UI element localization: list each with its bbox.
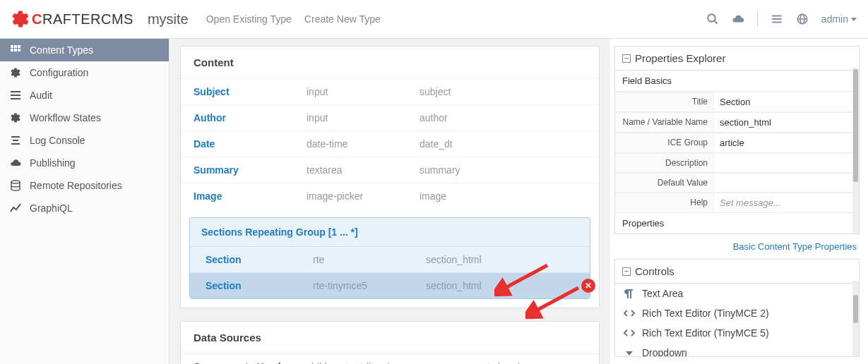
field-var: subject (420, 86, 451, 97)
field-row[interactable]: Image image-picker image (181, 183, 599, 209)
sidebar-item-publishing[interactable]: Publishing (0, 152, 169, 174)
delete-button[interactable]: ✕ (581, 279, 595, 293)
right-column: − Properties Explorer Field Basics Title… (610, 39, 868, 364)
admin-label: admin (821, 13, 848, 25)
prop-value[interactable] (714, 173, 859, 193)
prop-value[interactable]: Section (714, 92, 859, 112)
field-type: textarea (307, 164, 420, 176)
sidebar-item-content-types[interactable]: Content Types (0, 39, 169, 61)
admin-menu[interactable]: admin (821, 13, 857, 25)
scrollbar[interactable] (852, 281, 859, 356)
search-icon[interactable] (706, 13, 719, 25)
field-name: Summary (194, 164, 307, 176)
svg-rect-11 (11, 49, 13, 51)
controls-panel-title: − Controls (615, 260, 859, 284)
sidebar-item-label: Workflow States (30, 112, 101, 123)
sidebar-item-label: Content Types (30, 44, 93, 56)
cloud-icon[interactable] (732, 13, 744, 25)
create-new-type-link[interactable]: Create New Type (304, 13, 381, 25)
prop-label: Default Value (615, 173, 714, 193)
cloud-icon (10, 157, 21, 169)
field-name: Subject (194, 86, 307, 97)
caret-down-icon (624, 347, 635, 357)
sidebar-item-configuration[interactable]: Configuration (0, 61, 169, 84)
sidebar-item-audit[interactable]: Audit (0, 84, 169, 107)
scrollbar-thumb[interactable] (853, 69, 858, 182)
content-panel-title: Content (181, 47, 599, 79)
prop-value[interactable]: article (714, 133, 859, 153)
list-icon (10, 90, 21, 101)
menu-icon[interactable] (771, 13, 783, 25)
control-item-textarea[interactable]: Text Area (615, 284, 859, 303)
top-icons: admin (706, 11, 857, 27)
chart-icon (10, 202, 21, 214)
prop-label: Title (615, 92, 714, 112)
paragraph-icon (624, 288, 635, 299)
top-bar: CRAFTERCMS mysite Open Existing Type Cre… (0, 0, 868, 39)
logo-c: C (32, 11, 42, 27)
field-row[interactable]: Author input author (181, 105, 599, 131)
logo[interactable]: CRAFTERCMS (11, 9, 133, 29)
sidebar-item-label: Audit (30, 90, 52, 101)
scrollbar-thumb[interactable] (853, 295, 858, 323)
prop-label: Description (615, 153, 714, 173)
datasources-panel: Data Sources Components Header child-con… (180, 321, 600, 364)
align-icon (10, 135, 21, 146)
sidebar: Content Types Configuration Audit Workfl… (0, 39, 170, 364)
field-row[interactable]: Date date-time date_dt (181, 131, 599, 157)
prop-value[interactable]: section_html (714, 112, 859, 133)
field-row[interactable]: Subject input subject (181, 79, 599, 105)
datasource-type: child-content (item) (307, 361, 441, 364)
repeating-group-title: Sections Repeating Group [1 ... *] (190, 218, 590, 247)
svg-rect-12 (14, 49, 17, 51)
datasources-panel-title: Data Sources (181, 322, 599, 354)
svg-rect-8 (11, 45, 13, 48)
prop-value[interactable] (714, 153, 859, 173)
sidebar-item-log-console[interactable]: Log Console (0, 129, 169, 152)
sidebar-item-remote-repositories[interactable]: Remote Repositories (0, 174, 169, 197)
control-item-rte5[interactable]: Rich Text Editor (TinyMCE 5) (615, 323, 859, 343)
controls-panel: − Controls Text Area Rich Text Editor (T… (614, 259, 860, 357)
group-row[interactable]: Section rte section_html (190, 247, 590, 273)
repeating-group[interactable]: Sections Repeating Group [1 ... *] Secti… (189, 217, 590, 299)
grid-icon (10, 44, 21, 56)
field-name: Date (194, 138, 307, 150)
site-name[interactable]: mysite (148, 11, 189, 28)
datasource-name: Components Header (194, 361, 307, 364)
sidebar-item-label: Publishing (30, 157, 76, 169)
control-label: Text Area (642, 288, 683, 299)
control-item-dropdown[interactable]: Dropdown (615, 343, 859, 357)
field-type: input (307, 112, 420, 123)
field-var: author (420, 112, 448, 123)
collapse-icon[interactable]: − (622, 54, 631, 63)
datasource-row[interactable]: Components Header child-content (item) c… (181, 354, 599, 364)
svg-point-0 (708, 14, 715, 22)
control-label: Rich Text Editor (TinyMCE 2) (642, 308, 769, 319)
open-existing-type-link[interactable]: Open Existing Type (206, 13, 292, 25)
sidebar-item-workflow-states[interactable]: Workflow States (0, 107, 169, 129)
control-label: Rich Text Editor (TinyMCE 5) (642, 327, 769, 339)
gear-icon (11, 9, 30, 29)
field-type: date-time (307, 138, 420, 150)
field-type: rte-tinymce5 (313, 280, 426, 291)
field-var: section_html (426, 280, 482, 291)
svg-rect-9 (14, 45, 17, 48)
field-row[interactable]: Summary textarea summary (181, 157, 599, 183)
field-name: Author (194, 112, 307, 123)
svg-point-20 (11, 181, 20, 183)
svg-rect-10 (18, 45, 20, 48)
main-content: Content Subject input subject Author inp… (170, 39, 610, 364)
globe-icon[interactable] (796, 13, 809, 25)
field-var: image (420, 190, 446, 202)
basic-content-type-properties-link[interactable]: Basic Content Type Properties (614, 240, 860, 253)
field-name: Section (206, 280, 313, 291)
scrollbar[interactable] (852, 68, 859, 233)
datasource-var: components-header (441, 361, 529, 364)
database-icon (10, 180, 21, 191)
collapse-icon[interactable]: − (622, 267, 631, 276)
sidebar-item-graphiql[interactable]: GraphiQL (0, 197, 169, 219)
control-item-rte2[interactable]: Rich Text Editor (TinyMCE 2) (615, 303, 859, 323)
field-type: rte (313, 254, 426, 265)
group-row-selected[interactable]: Section rte-tinymce5 section_html ✕ (190, 273, 590, 298)
prop-value[interactable]: Set message... (714, 193, 859, 213)
